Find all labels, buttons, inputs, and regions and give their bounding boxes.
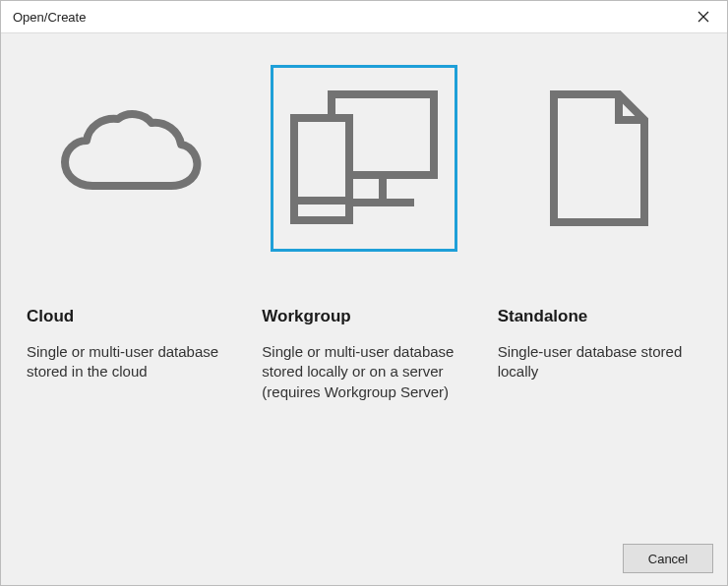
option-standalone[interactable]: Standalone Single-user database stored l… xyxy=(482,65,717,516)
dialog-footer: Cancel xyxy=(623,544,713,573)
svg-rect-5 xyxy=(294,118,349,220)
option-workgroup-description: Single or multi-user database stored loc… xyxy=(254,342,473,402)
close-button[interactable] xyxy=(690,3,717,30)
option-cloud[interactable]: Cloud Single or multi-user database stor… xyxy=(11,65,246,516)
open-create-dialog: Open/Create Cloud Single or multi-user d… xyxy=(0,0,728,586)
cloud-icon xyxy=(55,109,203,207)
option-standalone-iconbox xyxy=(506,65,693,252)
titlebar: Open/Create xyxy=(1,1,727,32)
option-standalone-title: Standalone xyxy=(490,307,588,326)
document-icon xyxy=(540,85,658,232)
option-workgroup-iconbox xyxy=(271,65,457,252)
option-workgroup-title: Workgroup xyxy=(254,307,350,326)
cancel-button[interactable]: Cancel xyxy=(623,544,713,573)
dialog-content: Cloud Single or multi-user database stor… xyxy=(1,32,727,585)
dialog-title: Open/Create xyxy=(13,10,86,25)
workgroup-icon xyxy=(280,75,448,242)
close-icon xyxy=(698,11,709,23)
option-cloud-iconbox xyxy=(35,65,222,252)
option-cloud-description: Single or multi-user database stored in … xyxy=(19,342,238,382)
option-workgroup[interactable]: Workgroup Single or multi-user database … xyxy=(246,65,481,516)
option-cloud-title: Cloud xyxy=(19,307,74,326)
option-standalone-description: Single-user database stored locally xyxy=(490,342,709,382)
